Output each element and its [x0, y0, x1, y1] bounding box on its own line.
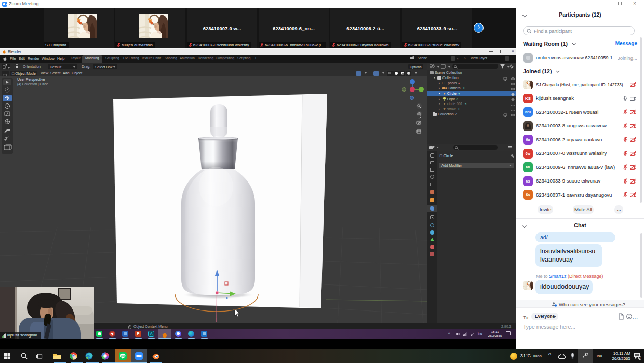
svg-text:2: 2 — [639, 356, 641, 359]
svg-text:LINE: LINE — [121, 355, 125, 357]
